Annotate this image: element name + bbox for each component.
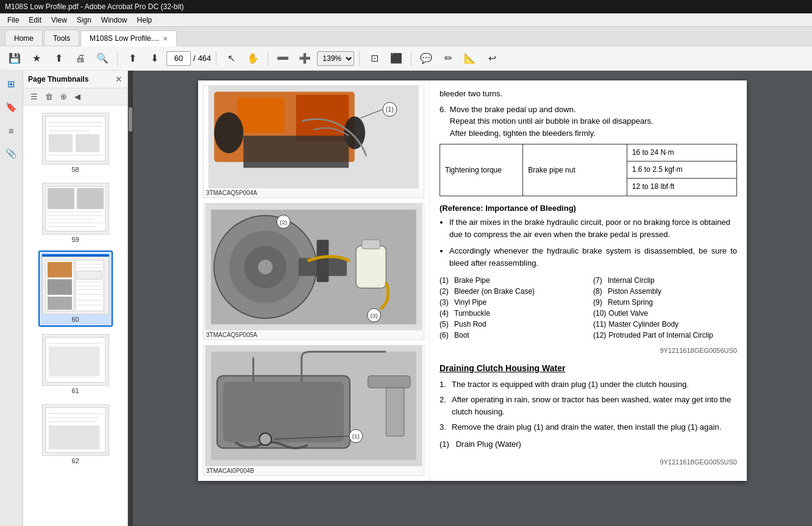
page-left: (1) 3TMACAQ5P004A bbox=[198, 80, 430, 481]
menu-window[interactable]: Window bbox=[96, 13, 132, 26]
svg-point-46 bbox=[214, 112, 243, 153]
torque-part: Brake pipe nut bbox=[523, 144, 627, 196]
svg-rect-10 bbox=[47, 188, 74, 209]
menu-sign[interactable]: Sign bbox=[72, 13, 96, 26]
measure-button[interactable]: 📐 bbox=[460, 49, 480, 68]
zoom-in-button[interactable]: ➕ bbox=[295, 49, 315, 68]
svg-text:(1): (1) bbox=[352, 433, 360, 439]
highlight-button[interactable]: ✏ bbox=[438, 49, 458, 68]
bookmarks-icon[interactable]: 🔖 bbox=[3, 99, 20, 116]
thumb-page-59[interactable]: 59 bbox=[40, 180, 112, 246]
svg-rect-45 bbox=[296, 94, 349, 141]
draining-section-title: Draining Clutch Housing Water bbox=[440, 362, 737, 375]
cursor-tool-button[interactable]: ↖ bbox=[221, 49, 241, 68]
thumb-label-59: 59 bbox=[71, 236, 79, 243]
ref-code-2: 9Y1211618GEG0055US0 bbox=[440, 457, 737, 467]
step6-num: 6. bbox=[440, 104, 446, 140]
diag1-label: 3TMACAQ5P004A bbox=[204, 188, 260, 197]
sidebar-scrollbar-thumb[interactable] bbox=[129, 107, 132, 132]
torque-table: Tightening torque Brake pipe nut 16 to 2… bbox=[440, 144, 737, 196]
drain-step-2: 2. After operating in rain, snow or trac… bbox=[440, 394, 737, 418]
left-icon-strip: ⊞ 🔖 ≡ 📎 bbox=[0, 71, 23, 526]
svg-text:(3): (3) bbox=[371, 312, 378, 319]
thumb-delete-button[interactable]: 🗑 bbox=[43, 91, 55, 102]
prev-page-button[interactable]: ⬆ bbox=[123, 49, 142, 68]
sidebar-title: Page Thumbnails bbox=[28, 75, 88, 84]
diag3-label: 3TMACAI0P004B bbox=[204, 466, 257, 475]
torque-val3: 12 to 18 lbf·ft bbox=[627, 179, 736, 196]
step6-text3: After bleeding, tighten the bleeders fir… bbox=[450, 127, 654, 140]
zoom-select[interactable]: 50% 75% 100% 125% 139% 150% 200% bbox=[317, 51, 354, 66]
svg-point-57 bbox=[258, 260, 272, 274]
sidebar-scrollbar[interactable] bbox=[128, 71, 133, 526]
menu-view[interactable]: View bbox=[46, 13, 72, 26]
tab-home[interactable]: Home bbox=[5, 30, 43, 46]
save-button[interactable]: 💾 bbox=[5, 49, 24, 68]
menu-file[interactable]: File bbox=[2, 13, 24, 26]
toolbar-sep-3 bbox=[268, 51, 268, 66]
step6: 6. Move the brake pedal up and down. Rep… bbox=[440, 104, 737, 140]
comment-button[interactable]: 💬 bbox=[416, 49, 436, 68]
svg-rect-19 bbox=[47, 262, 71, 278]
tab-tools[interactable]: Tools bbox=[44, 30, 79, 46]
svg-rect-74 bbox=[368, 376, 410, 388]
layers-icon[interactable]: ≡ bbox=[3, 122, 20, 139]
toolbar-sep-2 bbox=[216, 51, 216, 66]
hand-tool-button[interactable]: ✋ bbox=[243, 49, 263, 68]
diagram-box-2: (2) (3) 3TMACAQ5P005A bbox=[203, 203, 424, 340]
tab-close-icon[interactable]: ✕ bbox=[163, 35, 168, 42]
drain-step-1: 1. The tractor is equipped with drain pl… bbox=[440, 379, 737, 391]
search-button[interactable]: 🔍 bbox=[93, 49, 112, 68]
next-page-button[interactable]: ⬇ bbox=[144, 49, 164, 68]
page-sep: / bbox=[193, 54, 196, 63]
thumb-page-61[interactable]: 61 bbox=[40, 332, 112, 397]
sidebar-close-button[interactable]: ✕ bbox=[115, 74, 123, 84]
part-12: (12) Protruded Part of Internal Circlip bbox=[593, 330, 737, 341]
print-button[interactable]: 🖨 bbox=[71, 49, 90, 68]
svg-rect-25 bbox=[76, 271, 101, 279]
page-total: 464 bbox=[198, 54, 212, 63]
thumb-expand-button[interactable]: ◀ bbox=[72, 91, 83, 102]
menu-help[interactable]: Help bbox=[132, 13, 157, 26]
diag2-label: 3TMACAQ5P005A bbox=[204, 330, 260, 339]
marquee-button[interactable]: ⬛ bbox=[386, 49, 406, 68]
svg-rect-48 bbox=[243, 136, 349, 168]
svg-rect-75 bbox=[386, 388, 404, 436]
svg-rect-20 bbox=[47, 279, 71, 295]
fit-page-button[interactable]: ⊡ bbox=[365, 49, 384, 68]
torque-label: Tightening torque bbox=[440, 144, 523, 196]
title-bar: M108S Low Profile.pdf - Adobe Acrobat Pr… bbox=[0, 0, 812, 13]
ref-bullet-2: Accordingly whenever the hydraulic brake… bbox=[449, 245, 737, 269]
reference-section: (Reference: Importance of Bleeding) If t… bbox=[440, 202, 737, 269]
toolbar-sep-5 bbox=[411, 51, 411, 66]
svg-rect-6 bbox=[76, 134, 99, 152]
zoom-out-button[interactable]: ➖ bbox=[273, 49, 293, 68]
menu-edit[interactable]: Edit bbox=[24, 13, 46, 26]
svg-rect-59 bbox=[316, 240, 329, 282]
tab-document[interactable]: M108S Low Profile.... ✕ bbox=[80, 30, 177, 46]
drain-step-3: 3. Remove the drain plug (1) and drain t… bbox=[440, 421, 737, 433]
bookmark-button[interactable]: ★ bbox=[27, 49, 46, 68]
attachments-icon[interactable]: 📎 bbox=[3, 145, 20, 162]
svg-text:(2): (2) bbox=[280, 219, 287, 226]
page-content: (1) 3TMACAQ5P004A bbox=[198, 80, 747, 481]
svg-rect-61 bbox=[362, 240, 380, 249]
thumb-page-62[interactable]: 62 bbox=[40, 402, 112, 467]
upload-button[interactable]: ⬆ bbox=[49, 49, 68, 68]
menu-bar: File Edit View Sign Window Help bbox=[0, 13, 812, 27]
parts-list: (1) Brake Pipe (2) Bleeder (on Brake Cas… bbox=[440, 275, 737, 341]
toolbar: 💾 ★ ⬆ 🖨 🔍 ⬆ ⬇ / 464 ↖ ✋ ➖ ➕ 50% 75% 100%… bbox=[0, 46, 812, 71]
thumb-page-60[interactable]: 60 bbox=[38, 251, 113, 327]
part-6: (6) Boot bbox=[440, 330, 583, 341]
share-button[interactable]: ↩ bbox=[482, 49, 502, 68]
thumb-embed-button[interactable]: ⊕ bbox=[58, 91, 69, 102]
svg-rect-11 bbox=[76, 188, 103, 209]
thumb-page-58[interactable]: 58 bbox=[40, 110, 112, 176]
thumb-menu-button[interactable]: ☰ bbox=[28, 91, 40, 102]
svg-text:(1): (1) bbox=[386, 105, 394, 113]
part-11: (11) Master Cylinder Body bbox=[593, 319, 737, 330]
torque-val2: 1.6 to 2.5 kgf·m bbox=[627, 162, 736, 179]
page-input[interactable] bbox=[166, 51, 191, 66]
thumbnail-icon[interactable]: ⊞ bbox=[3, 76, 20, 93]
doc-area[interactable]: (1) 3TMACAQ5P004A bbox=[133, 71, 812, 526]
